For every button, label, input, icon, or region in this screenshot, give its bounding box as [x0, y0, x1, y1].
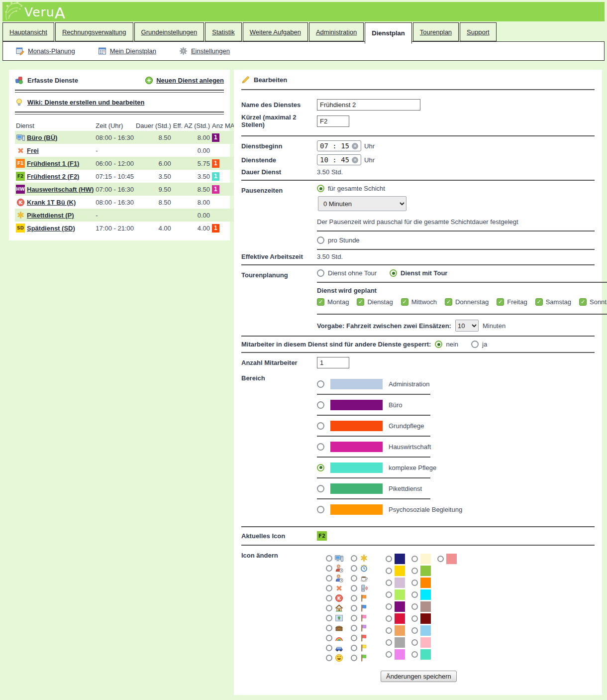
tab-hauptansicht[interactable]: Hauptansicht: [2, 22, 54, 41]
tab-administration[interactable]: Administration: [309, 22, 364, 41]
icon-radio-house[interactable]: [326, 605, 332, 611]
subnav-item-einstellungen[interactable]: Einstellungen: [179, 47, 230, 55]
icon-radio-x-mark[interactable]: [326, 585, 332, 591]
kuerzel-input[interactable]: [317, 116, 349, 127]
color-radio-ff8400[interactable]: [411, 580, 418, 586]
icon-radio-flag-ff6058[interactable]: [351, 635, 357, 641]
color-radio-dc143c[interactable]: [386, 615, 392, 622]
service-link-hausweritschaft-hw[interactable]: Hausweritschaft (HW): [27, 186, 94, 193]
icon-radio-person-blue[interactable]: [326, 575, 332, 582]
color-radio-d4bfd8[interactable]: [386, 580, 392, 586]
clear-time-icon[interactable]: ✕: [352, 157, 358, 163]
bereich-radio-komplexe-pflege[interactable]: [317, 464, 324, 471]
color-radio-f09090[interactable]: [437, 556, 444, 562]
bereich-radio-hauswirtschaft[interactable]: [317, 443, 324, 451]
checkbox-dienstag[interactable]: ✓: [357, 298, 364, 306]
checkbox-freitag[interactable]: ✓: [497, 298, 504, 306]
subnav-item-monats-planung[interactable]: Monats-Planung: [16, 47, 75, 55]
icon-radio-flag-70d048[interactable]: [351, 655, 357, 661]
service-link-pikettdienst-p[interactable]: Pikettdienst (P): [27, 212, 74, 219]
service-link-krank-1t-bue-k[interactable]: Krank 1T Bü (K): [27, 199, 76, 206]
save-changes-button[interactable]: Änderungen speichern: [381, 671, 457, 682]
checkbox-sonntag[interactable]: ✓: [579, 298, 587, 306]
bereich-radio-psychosoziale-begleitung[interactable]: [317, 506, 324, 513]
gesperrt-nein-radio[interactable]: [435, 341, 442, 348]
gesperrt-ja-radio[interactable]: [471, 341, 479, 348]
icon-radio-flag-4d94e8[interactable]: [351, 605, 357, 611]
service-link-spaetdienst-sd[interactable]: Spätdienst (SD): [27, 225, 75, 232]
service-icon-cell: SD: [15, 222, 26, 234]
tour-mit-radio[interactable]: [390, 269, 397, 277]
icon-radio-computer[interactable]: [326, 555, 332, 562]
new-service-link[interactable]: Neuen Dienst anlegen: [145, 76, 224, 85]
dienstende-input[interactable]: 10 : 45 ✕: [317, 154, 361, 165]
dienstbeginn-input[interactable]: 07 : 15 ✕: [317, 140, 361, 151]
weekday-samstag: ✓Samstag: [535, 298, 571, 306]
tab-statistik[interactable]: Statistik: [205, 22, 242, 41]
icon-radio-picture[interactable]: [326, 615, 332, 621]
icon-radio-asterisk[interactable]: [351, 555, 357, 562]
color-radio-20207a[interactable]: [386, 556, 392, 562]
color-radio-00eaff[interactable]: [411, 591, 418, 598]
icon-radio-flag-c890e8[interactable]: [351, 625, 357, 631]
color-radio-ffd400[interactable]: [386, 568, 392, 574]
pause-schicht-radio[interactable]: [317, 185, 324, 192]
dauer-value: 3.50 Std.: [317, 168, 343, 176]
service-link-fruehdienst-2-f2[interactable]: Frühdienst 2 (F2): [27, 173, 79, 180]
color-radio-ffb6c1[interactable]: [411, 639, 418, 646]
color-radio-8fd0f0[interactable]: [411, 627, 418, 634]
effektiv-row: Effektive Arbeitszeit 3.50 Std.: [241, 253, 595, 260]
flag-icon: [360, 624, 368, 632]
checkbox-donnerstag[interactable]: ✓: [445, 298, 452, 306]
dienstende-value: 10 : 45: [320, 156, 349, 164]
tab-dienstplan[interactable]: Dienstplan: [365, 22, 411, 44]
bereich-radio-administration[interactable]: [317, 380, 324, 388]
tour-ohne-radio[interactable]: [317, 269, 324, 277]
icon-radio-flag-ff9830[interactable]: [351, 595, 357, 601]
bereich-radio-grundpflege[interactable]: [317, 422, 324, 430]
checkbox-mittwoch[interactable]: ✓: [401, 298, 408, 306]
tab-grundeinstellungen[interactable]: Grundeinstellungen: [134, 22, 204, 41]
subnav-item-mein-dienstplan[interactable]: Mein Dienstplan: [98, 47, 156, 55]
wiki-link[interactable]: Wiki: Dienste erstellen und bearbeiten: [15, 96, 224, 108]
checkbox-montag[interactable]: ✓: [317, 298, 324, 306]
bereich-radio-pikettdienst[interactable]: [317, 485, 324, 492]
pause-minutes-select[interactable]: 0 Minuten: [318, 196, 406, 211]
clear-time-icon[interactable]: ✕: [352, 143, 358, 149]
tab-weitere-aufgaben[interactable]: Weitere Aufgaben: [243, 22, 308, 41]
bereich-radio-buero[interactable]: [317, 401, 324, 409]
service-link-buero-bue[interactable]: Büro (BÜ): [27, 134, 57, 141]
icon-radio-k-circle[interactable]: [326, 595, 332, 601]
icon-radio-flag-ff8cc8[interactable]: [351, 615, 357, 621]
color-radio-ee82ee[interactable]: [386, 651, 392, 658]
checkbox-samstag[interactable]: ✓: [535, 298, 543, 306]
anzahl-input[interactable]: [317, 357, 349, 368]
icon-radio-flag-ffe03c[interactable]: [351, 645, 357, 651]
color-radio-a8a8a8[interactable]: [386, 639, 392, 646]
color-radio-f0a35c[interactable]: [386, 627, 392, 634]
tab-support[interactable]: Support: [460, 22, 497, 41]
color-radio-8cc63e[interactable]: [411, 568, 418, 574]
service-link-fruehdienst-1-f1[interactable]: Frühdienst 1 (F1): [27, 160, 79, 167]
color-radio-7a0a0a[interactable]: [411, 615, 418, 622]
icon-radio-person-red[interactable]: [326, 565, 332, 572]
service-link-frei[interactable]: Frei: [27, 147, 39, 154]
icon-radio-alarm[interactable]: [351, 565, 357, 572]
color-radio-b08f8a[interactable]: [411, 603, 418, 610]
icon-radio-phone[interactable]: [351, 585, 357, 591]
icon-radio-car[interactable]: [326, 645, 332, 651]
icon-radio-chest[interactable]: [326, 625, 332, 631]
color-radio-7d0c7d[interactable]: [386, 603, 392, 610]
color-radio-4cdfc0[interactable]: [411, 651, 418, 658]
icon-radio-rainbow[interactable]: [326, 635, 332, 641]
tab-label: Rechnungsverwaltung: [62, 28, 126, 36]
tab-rechnungsverwaltung[interactable]: Rechnungsverwaltung: [55, 22, 133, 41]
tab-tourenplan[interactable]: Tourenplan: [413, 22, 459, 41]
color-radio-fdf6d0[interactable]: [411, 556, 418, 562]
fahrzeit-select[interactable]: 10: [455, 320, 479, 332]
color-radio-b0f05f[interactable]: [386, 591, 392, 598]
pause-stunde-radio[interactable]: [317, 236, 324, 244]
icon-radio-smiley[interactable]: [326, 655, 332, 661]
service-name-input[interactable]: [317, 99, 420, 111]
icon-radio-coffee[interactable]: [351, 575, 357, 582]
